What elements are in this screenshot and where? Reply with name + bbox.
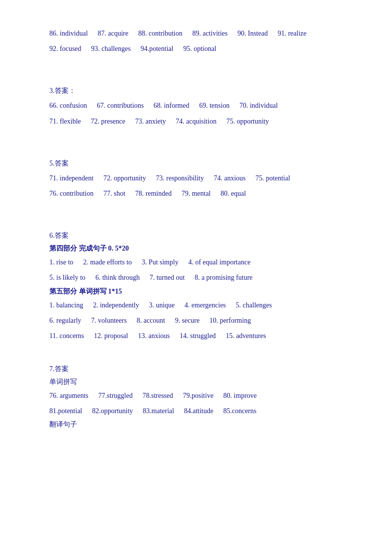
p5-item-2: 2. independently [93,299,139,311]
part5-title: 第五部分 单词拼写 1*15 [49,287,348,296]
part4-row-2: 5. is likely to 6. think through 7. turn… [49,271,348,284]
item-5-77: 77. shot [103,187,125,200]
section-3-title: 3.答案： [49,86,348,95]
row-1: 86. individual 87. acquire 88. contribut… [49,27,348,40]
p4-item-5: 5. is likely to [49,271,85,284]
s7-item-78: 78.stressed [143,389,173,402]
s7-item-82: 82.opportunity [92,405,133,417]
p4-item-8: 8. a promising future [195,271,252,284]
s7-item-79: 79.positive [183,389,214,402]
s7-item-85: 85.concerns [223,405,256,417]
item-72: 72. presence [91,115,125,128]
s7-item-77: 77.struggled [98,389,133,402]
section-5-row-1: 71. independent 72. opportunity 73. resp… [49,172,348,184]
p5-item-6: 6. regularly [49,314,81,327]
item-90: 90. Instead [237,27,268,40]
p5-item-8: 8. account [137,314,165,327]
p4-item-7: 7. turned out [150,271,185,284]
item-93: 93. challenges [91,43,131,55]
part5-row-3: 11. concerns 12. proposal 13. anxious 14… [49,330,348,342]
p5-item-13: 13. anxious [138,330,170,342]
item-87: 87. acquire [98,27,128,40]
item-69: 69. tension [199,99,229,112]
section-5: 5.答案 71. independent 72. opportunity 73.… [49,159,348,200]
section-5-row-2: 76. contribution 77. shot 78. reminded 7… [49,187,348,200]
section-7-title: 7.答案 [49,365,348,374]
p5-item-12: 12. proposal [94,330,128,342]
part5-row-1: 1. balancing 2. independently 3. unique … [49,299,348,311]
section-6-title: 6.答案 [49,231,348,240]
item-5-75: 75. potential [256,172,290,184]
item-91: 91. realize [277,27,306,40]
section-3: 3.答案： 66. confusion 67. contributions 68… [49,86,348,127]
item-75: 75. opportunity [226,115,269,128]
section-7-subtitle: 单词拼写 [49,378,348,386]
p5-item-3: 3. unique [149,299,175,311]
item-74: 74. acquisition [176,115,216,128]
section-7-row-1: 76. arguments 77.struggled 78.stressed 7… [49,389,348,402]
item-71: 71. flexible [49,115,81,128]
item-95: 95. optional [183,43,216,55]
item-5-76: 76. contribution [49,187,93,200]
p5-item-1: 1. balancing [49,299,83,311]
p5-item-14: 14. struggled [180,330,216,342]
s7-item-80: 80. improve [223,389,257,402]
section-6: 6.答案 第四部分 完成句子 0. 5*20 1. rise to 2. mad… [49,231,348,342]
item-5-78: 78. reminded [135,187,172,200]
section-numbers-1: 86. individual 87. acquire 88. contribut… [49,27,348,55]
item-5-74: 74. anxious [214,172,246,184]
part4-title: 第四部分 完成句子 0. 5*20 [49,244,348,253]
section-7-row-2: 81.potential 82.opportunity 83.material … [49,405,348,417]
p5-item-4: 4. emergencies [185,299,226,311]
s7-item-81: 81.potential [49,405,82,417]
item-5-71: 71. independent [49,172,93,184]
p4-item-6: 6. think through [95,271,140,284]
item-66: 66. confusion [49,99,87,112]
item-5-73: 73. responsibility [156,172,204,184]
item-86: 86. individual [49,27,88,40]
p5-item-11: 11. concerns [49,330,84,342]
p4-item-3: 3. Put simply [142,256,178,268]
p4-item-2: 2. made efforts to [83,256,132,268]
p5-item-9: 9. secure [175,314,199,327]
section-7-subtitle2: 翻译句子 [49,420,348,429]
part4-row-1: 1. rise to 2. made efforts to 3. Put sim… [49,256,348,268]
section-5-title: 5.答案 [49,159,348,168]
section-7: 7.答案 单词拼写 76. arguments 77.struggled 78.… [49,365,348,429]
item-70: 70. individual [239,99,278,112]
item-5-72: 72. opportunity [103,172,146,184]
p4-item-4: 4. of equal importance [188,256,250,268]
item-92: 92. focused [49,43,81,55]
item-5-80: 80. equal [221,187,246,200]
section-3-row-1: 66. confusion 67. contributions 68. info… [49,99,348,112]
s7-item-76: 76. arguments [49,389,88,402]
part5-row-2: 6. regularly 7. volunteers 8. account 9.… [49,314,348,327]
item-68: 68. informed [154,99,189,112]
item-94: 94.potential [141,43,174,55]
item-73: 73. anxiety [135,115,166,128]
p5-item-5: 5. challenges [236,299,272,311]
section-3-row-2: 71. flexible 72. presence 73. anxiety 74… [49,115,348,128]
item-88: 88. contribution [138,27,182,40]
s7-item-83: 83.material [143,405,174,417]
s7-item-84: 84.attitude [184,405,214,417]
p4-item-1: 1. rise to [49,256,74,268]
row-2: 92. focused 93. challenges 94.potential … [49,43,348,55]
item-89: 89. activities [192,27,228,40]
item-5-79: 79. mental [182,187,211,200]
p5-item-15: 15. adventures [226,330,266,342]
p5-item-7: 7. volunteers [91,314,127,327]
item-67: 67. contributions [97,99,144,112]
p5-item-10: 10. performing [209,314,251,327]
